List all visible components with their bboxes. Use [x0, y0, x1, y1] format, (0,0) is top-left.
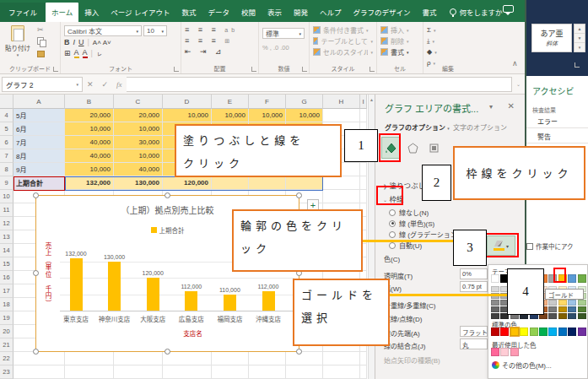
borders-button[interactable]: ⊞ [64, 49, 71, 57]
ribbon-tab-データ[interactable]: データ [202, 3, 236, 22]
standard-swatch-7[interactable] [558, 328, 567, 336]
standard-swatch-8[interactable] [568, 328, 576, 336]
pane-close-icon[interactable]: ✕ [508, 101, 515, 111]
number-format-select[interactable]: 標準▾ [262, 28, 305, 39]
radio-線なし(N)[interactable]: 線なし(N) [389, 208, 429, 217]
collapse-ribbon-icon[interactable]: ∧ [512, 59, 518, 68]
cell-D23[interactable] [163, 365, 212, 379]
standard-swatch-6[interactable] [548, 328, 557, 336]
theme-swatch-0[interactable] [491, 274, 499, 283]
ribbon-tab-ヘルプ[interactable]: ヘルプ [314, 3, 348, 22]
standard-swatch-5[interactable] [539, 328, 548, 336]
ribbon-tab-ホーム[interactable]: ホーム [46, 3, 78, 22]
chart-handle-tr[interactable] [296, 192, 302, 198]
cell-B4[interactable]: 20,000 [65, 109, 114, 122]
row-header-21[interactable]: 21 [0, 338, 13, 352]
cell-C7[interactable]: 10,000 [114, 149, 163, 163]
ribbon-tab-グラフのデザイン[interactable]: グラフのデザイン [348, 3, 417, 22]
more-colors-item[interactable]: その他の色(M)... [492, 360, 552, 370]
row-header-6[interactable]: 6 [0, 136, 13, 149]
font-size-select[interactable]: 10▾ [143, 25, 167, 36]
row-header-22[interactable]: 22 [0, 352, 13, 365]
column-header-D[interactable]: D [163, 95, 212, 109]
tell-me[interactable]: 何をしますか [443, 7, 510, 22]
styles-item-テーブルとして書式設定[interactable]: テーブルとして書式設定▾ [313, 35, 373, 46]
theme-swatch-8[interactable] [568, 274, 576, 283]
cell-B23[interactable] [65, 365, 114, 379]
cell-B5[interactable]: 10,000 [65, 122, 114, 136]
gallery-scrollbar[interactable]: ▲▼▾ [574, 24, 585, 52]
cell-H9[interactable] [323, 176, 360, 190]
cell-G22[interactable] [286, 352, 323, 365]
bar-沖縄支店[interactable] [262, 291, 275, 311]
cell-F4[interactable]: 10,000 [249, 109, 286, 122]
variant-swatch-3-6[interactable] [548, 306, 557, 312]
cell-B6[interactable]: 40,000 [65, 136, 114, 149]
align-indent-icons[interactable]: ⇤ ⇥ ⊿ [185, 46, 255, 57]
row-header-12[interactable]: 12 [0, 217, 13, 230]
column-header-B[interactable]: B [65, 95, 114, 109]
cell-C6[interactable]: 30,000 [114, 136, 163, 149]
editing-tool-◆[interactable]: ◆ ▾ [427, 46, 469, 57]
bar-東京支店[interactable] [70, 258, 83, 311]
cell-I10[interactable] [360, 190, 367, 203]
align-middle-icons[interactable]: ≡ ≡ ≡ ⊞ [185, 35, 255, 46]
cell-H23[interactable] [323, 365, 360, 379]
column-header-I[interactable]: I [360, 95, 367, 109]
accessibility-errors-item[interactable]: エラー [537, 116, 558, 126]
column-header-A[interactable]: A [13, 95, 65, 109]
column-header-H[interactable]: H [323, 95, 360, 109]
bar-福岡支店[interactable] [224, 295, 236, 311]
cell-A6[interactable]: 7月 [13, 136, 65, 149]
variant-swatch-2-7[interactable] [558, 300, 567, 306]
style-gallery-item[interactable]: あア亜 斜体 [531, 24, 572, 52]
variant-swatch-4-7[interactable] [558, 313, 567, 319]
cell-E23[interactable] [212, 365, 249, 379]
ribbon-tab-書式[interactable]: 書式 [417, 3, 443, 22]
enter-icon[interactable]: ✓ [98, 80, 113, 89]
chart-handle-ml[interactable] [33, 270, 39, 276]
cell-F23[interactable] [249, 365, 286, 379]
bar-広島支店[interactable] [185, 291, 197, 311]
cell-F22[interactable] [249, 352, 286, 365]
name-box[interactable]: グラフ 2▾ [2, 77, 83, 92]
ribbon-tab-ページ レイアウト[interactable]: ページ レイアウト [105, 3, 175, 22]
font-name-select[interactable]: Calibri 本文▾ [64, 25, 142, 36]
row-header-18[interactable]: 18 [0, 298, 13, 311]
ribbon-tab-校閲[interactable]: 校閲 [235, 3, 262, 22]
align-top-icons[interactable]: ≡ ≡ ≡ ab [185, 24, 255, 35]
chart-handle-tm[interactable] [165, 192, 170, 198]
standard-swatch-9[interactable] [578, 328, 586, 336]
cell-A7[interactable]: 8月 [13, 149, 65, 163]
join-type-value[interactable]: 丸 [460, 338, 488, 349]
clipboard-dialog-launcher[interactable] [53, 67, 58, 72]
variant-swatch-0-0[interactable] [491, 286, 499, 292]
ribbon-tab-ファイル[interactable]: ファイル [0, 3, 46, 22]
accessibility-warnings-item[interactable]: 警告 [537, 132, 551, 141]
recent-swatch-2[interactable] [510, 348, 519, 356]
row-header-4[interactable]: 4 [0, 109, 13, 122]
variant-swatch-2-0[interactable] [491, 300, 499, 306]
variant-swatch-4-8[interactable] [568, 313, 576, 319]
ribbon-tab-表示[interactable]: 表示 [262, 3, 288, 22]
row-header-8[interactable]: 8 [0, 163, 13, 176]
fill-color-button[interactable]: A [74, 48, 79, 58]
styles-item-セルのスタイル[interactable]: セルのスタイル▾ [313, 46, 373, 57]
variant-swatch-3-9[interactable] [578, 306, 586, 312]
effects-icon[interactable] [403, 137, 422, 159]
align-dialog-launcher[interactable] [251, 67, 256, 72]
row-header-19[interactable]: 19 [0, 311, 13, 325]
cell-D4[interactable]: 10,000 [163, 109, 212, 122]
recent-swatch-0[interactable] [491, 348, 499, 356]
formula-input[interactable] [127, 77, 512, 92]
select-all-corner[interactable] [0, 95, 13, 109]
cell-A4[interactable]: 5月 [13, 109, 65, 122]
tab-text-options[interactable]: 文字のオプション [453, 122, 507, 132]
variant-swatch-3-7[interactable] [558, 306, 567, 312]
variant-swatch-4-0[interactable] [491, 313, 499, 319]
cell-B22[interactable] [65, 352, 114, 365]
variant-swatch-3-0[interactable] [491, 306, 499, 312]
row-header-9[interactable]: 9 [0, 176, 13, 190]
styles-item-条件付き書式[interactable]: 条件付き書式▾ [313, 24, 373, 35]
cell-C4[interactable]: 20,000 [114, 109, 163, 122]
